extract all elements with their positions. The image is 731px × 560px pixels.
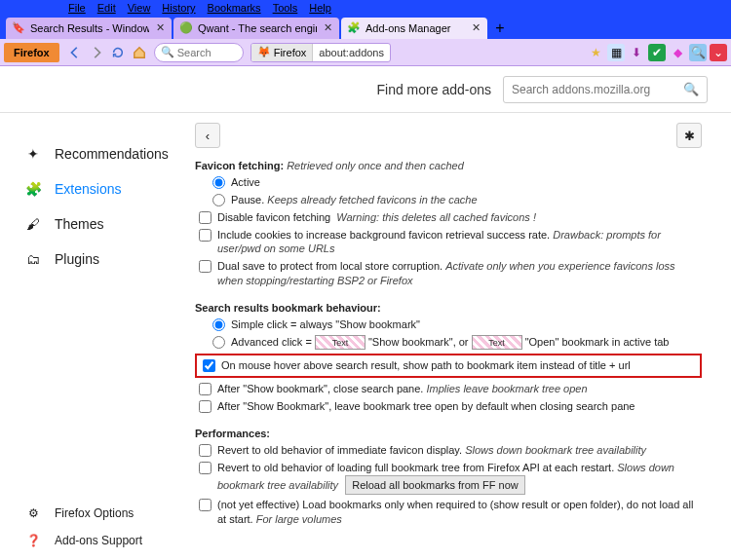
firefox-icon: 🦊 [257, 46, 271, 58]
opt-label: Dual save to protect from local store co… [217, 260, 442, 272]
tab-2[interactable]: 🧩 Add-ons Manager ✕ [341, 18, 487, 39]
opt-note: Implies leave bookmark tree open [426, 383, 587, 394]
addon-options-panel: ‹ ✱ Favicon fetching: Retrieved only onc… [185, 113, 731, 560]
sidebar-item-label: Themes [55, 216, 104, 232]
back-button[interactable]: ‹ [195, 123, 220, 148]
tab-1[interactable]: 🟢 Qwant - The search engine that res ✕ [173, 18, 339, 39]
ext-icon-2[interactable]: ⬇ [628, 44, 645, 61]
sidebar-item-plugins[interactable]: 🗂 Plugins [23, 242, 185, 277]
sidebar-item-label: Extensions [55, 181, 121, 197]
search-icon: 🔍 [683, 82, 699, 96]
bookmark-star-icon[interactable]: ★ [586, 43, 605, 62]
search-icon: 🔍 [161, 46, 174, 58]
pocket-icon[interactable]: ⌄ [710, 44, 727, 61]
help-icon: ❓ [23, 531, 43, 550]
search-box[interactable]: 🔍 [154, 43, 244, 62]
include-cookies-checkbox[interactable] [199, 229, 212, 242]
highlighted-option: On mouse hover above search result, show… [195, 354, 702, 378]
opt-label: After "Show bookmark", close search pane… [217, 383, 423, 394]
sidebar-item-recommendations[interactable]: ✦ Recommendations [23, 136, 185, 171]
sidebar: ✦ Recommendations 🧩 Extensions 🖌 Themes … [0, 113, 185, 560]
menu-file[interactable]: File [68, 2, 86, 14]
find-more-label: Find more add-ons [376, 82, 491, 97]
opt-label: Revert to old behavior of loading full b… [217, 462, 614, 473]
search-input[interactable] [177, 47, 237, 58]
revert-favicon-checkbox[interactable] [199, 444, 212, 457]
performances-heading: Performances: [195, 428, 702, 439]
sidebar-item-addons-support[interactable]: ❓ Add-ons Support [23, 527, 142, 554]
search-behaviour-heading: Search results bookmark behaviour: [195, 302, 702, 314]
reload-bookmarks-button[interactable]: Reload all bookmarks from FF now [345, 475, 525, 496]
menu-help[interactable]: Help [309, 2, 331, 14]
forward-button[interactable] [87, 43, 106, 62]
tab-0[interactable]: 🔖 Search Results - Windows 10 Help ✕ [6, 18, 172, 39]
sidebar-item-label: Add-ons Support [55, 534, 142, 547]
load-on-demand-checkbox[interactable] [199, 499, 212, 511]
image-placeholder-icon: Text [315, 335, 366, 350]
toolbar-extensions: ▦ ⬇ ✔ ◆ 🔍 ⌄ [607, 44, 727, 61]
opt-label: Disable favicon fetching [217, 211, 330, 223]
ext-icon-4[interactable]: ◆ [669, 44, 686, 61]
sidebar-item-label: Firefox Options [55, 506, 134, 520]
simple-click-radio[interactable] [212, 318, 225, 331]
home-button[interactable] [130, 43, 149, 62]
brush-icon: 🖌 [23, 214, 43, 234]
favicon-active-radio[interactable] [212, 176, 225, 189]
advanced-click-radio[interactable] [212, 336, 225, 349]
opt-note: Slows down bookmark tree availability [465, 444, 646, 456]
menu-edit[interactable]: Edit [97, 2, 116, 14]
revert-tree-checkbox[interactable] [199, 462, 212, 474]
ext-icon-5[interactable]: 🔍 [689, 44, 707, 61]
reload-button[interactable] [108, 43, 128, 62]
close-icon[interactable]: ✕ [470, 22, 481, 34]
plug-icon: 🗂 [23, 249, 43, 269]
sidebar-item-extensions[interactable]: 🧩 Extensions [23, 171, 185, 206]
dual-save-checkbox[interactable] [199, 260, 212, 273]
close-icon[interactable]: ✕ [154, 22, 166, 34]
find-more-bar: Find more add-ons 🔍 [0, 66, 731, 113]
menu-history[interactable]: History [162, 2, 195, 14]
addons-search-input[interactable] [512, 83, 683, 96]
url-bar[interactable]: 🦊 Firefox about:addons [250, 43, 391, 62]
url-text[interactable]: about:addons [313, 47, 390, 58]
favicon-pause-radio[interactable] [212, 194, 225, 206]
tab-title: Qwant - The search engine that res [198, 22, 317, 34]
after-show-leave-checkbox[interactable] [199, 400, 212, 413]
menu-bar: File Edit View History Bookmarks Tools H… [0, 0, 731, 16]
puzzle-icon: 🧩 [23, 179, 43, 199]
star-icon: ✦ [23, 144, 43, 164]
menu-bookmarks[interactable]: Bookmarks [208, 2, 261, 14]
close-icon[interactable]: ✕ [322, 22, 333, 34]
menu-tools[interactable]: Tools [273, 2, 298, 14]
opt-label: Pause. [231, 194, 264, 205]
identity-box[interactable]: 🦊 Firefox [251, 44, 314, 61]
hover-path-checkbox[interactable] [203, 359, 215, 372]
sidebar-item-firefox-options[interactable]: ⚙ Firefox Options [23, 500, 142, 527]
tab-strip: 🔖 Search Results - Windows 10 Help ✕ 🟢 Q… [0, 16, 731, 39]
tab-title: Add-ons Manager [366, 22, 465, 34]
back-button[interactable] [65, 43, 85, 62]
sidebar-item-themes[interactable]: 🖌 Themes [23, 206, 185, 242]
opt-note: Warning: this deletes all cached favicon… [336, 211, 536, 223]
menu-view[interactable]: View [128, 2, 151, 14]
disable-favicon-checkbox[interactable] [199, 211, 212, 224]
tab-title: Search Results - Windows 10 Help [30, 22, 149, 34]
new-tab-button[interactable]: + [489, 18, 511, 39]
ext-icon-3[interactable]: ✔ [648, 44, 666, 61]
favicon-icon: 🟢 [179, 21, 193, 35]
after-show-close-checkbox[interactable] [199, 383, 212, 395]
nav-toolbar: Firefox 🔍 🦊 Firefox about:addons ★ ▦ ⬇ ✔… [0, 39, 731, 66]
opt-label: After "Show Bookmark", leave bookmark tr… [217, 399, 635, 414]
gear-icon: ⚙ [23, 504, 43, 523]
addons-search[interactable]: 🔍 [503, 76, 708, 103]
opt-label: Active [231, 175, 260, 190]
image-placeholder-icon: Text [472, 335, 522, 350]
opt-label: Advanced click = Text "Show bookmark", o… [231, 335, 669, 351]
sidebar-item-label: Plugins [55, 251, 99, 267]
puzzle-icon: 🧩 [347, 21, 361, 35]
ext-icon-1[interactable]: ▦ [607, 44, 625, 61]
identity-label: Firefox [274, 47, 307, 58]
opt-label: Simple click = always "Show bookmark" [231, 317, 420, 332]
settings-gear-button[interactable]: ✱ [676, 123, 702, 148]
firefox-menu-button[interactable]: Firefox [4, 43, 59, 62]
